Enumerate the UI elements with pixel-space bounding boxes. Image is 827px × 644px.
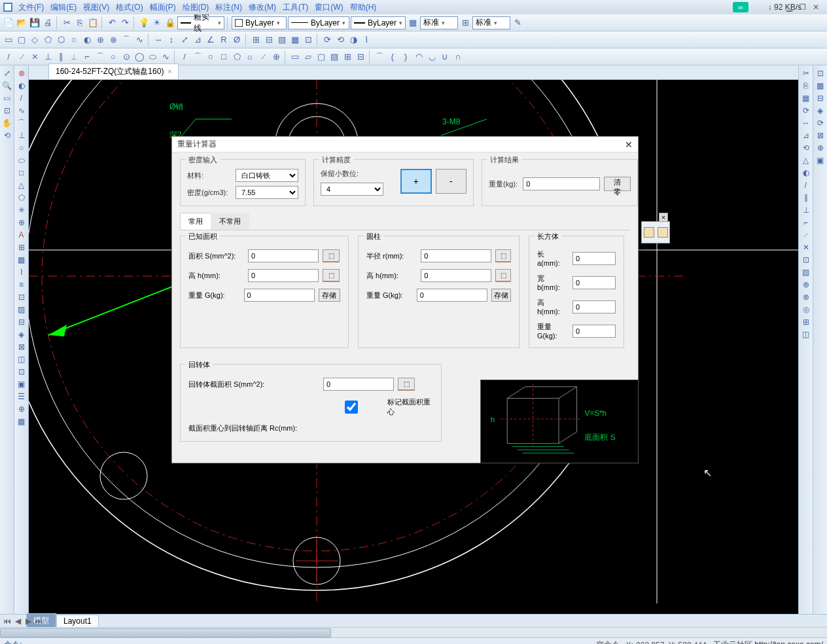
rt14[interactable]: ⟋ (801, 230, 811, 240)
t3-23[interactable]: ▱ (302, 51, 314, 63)
textstyle-dropdown[interactable]: 标准 (472, 16, 510, 29)
l2-12[interactable]: ✳ (16, 205, 27, 215)
t2-21[interactable]: ▨ (276, 34, 288, 46)
area-s-input[interactable] (248, 249, 319, 262)
t3-32[interactable]: ◡ (426, 51, 438, 63)
t3-24[interactable]: ▢ (315, 51, 327, 63)
density-select[interactable]: 7.55 (236, 186, 298, 199)
t2-24[interactable]: ⟳ (321, 34, 333, 46)
lt4[interactable]: ⊡ (2, 105, 12, 116)
t3-33[interactable]: ∪ (439, 51, 451, 63)
menu-tools[interactable]: 工具(T) (280, 1, 311, 14)
t2-18[interactable]: Ø (231, 34, 243, 46)
cyl-h-input[interactable] (421, 269, 491, 282)
rtt2[interactable]: ▦ (815, 80, 826, 91)
t2-15[interactable]: ⊿ (192, 34, 203, 46)
menu-view[interactable]: 视图(V) (80, 1, 112, 14)
new-icon[interactable]: 📄 (3, 17, 14, 29)
rtt3[interactable]: ⊟ (815, 93, 826, 103)
rt17[interactable]: ▨ (801, 267, 811, 277)
l2-24[interactable]: ◫ (16, 354, 27, 365)
horizontal-scrollbar[interactable] (0, 627, 827, 637)
rt7[interactable]: ⟲ (801, 143, 811, 153)
t3-12[interactable]: ⬭ (147, 51, 158, 63)
cyl-save-button[interactable]: 存储 (491, 289, 511, 302)
t2-6[interactable]: ○ (68, 34, 80, 46)
t3-11[interactable]: ◯ (133, 51, 145, 63)
menu-page[interactable]: 幅面(P) (147, 1, 179, 14)
community-link[interactable]: 工业云社区 http://top.caxa.com/ (713, 639, 823, 644)
save-icon[interactable]: 💾 (29, 17, 41, 29)
rt4[interactable]: ⟳ (801, 105, 811, 116)
rt12[interactable]: ⊥ (801, 205, 811, 215)
rt8[interactable]: △ (801, 155, 811, 166)
rt19[interactable]: ⊗ (801, 292, 811, 302)
t3-5[interactable]: ∥ (55, 51, 67, 63)
t2-14[interactable]: ⤢ (179, 34, 190, 46)
t3-7[interactable]: ⌐ (81, 51, 93, 63)
lt3[interactable]: ▭ (2, 93, 12, 103)
cub-b-input[interactable] (572, 276, 616, 289)
l2-7[interactable]: ○ (16, 143, 27, 153)
t3-20[interactable]: ⟋ (257, 51, 269, 63)
plus-button[interactable]: + (400, 169, 432, 194)
t2-26[interactable]: ◑ (347, 34, 359, 46)
l2-4[interactable]: ∿ (16, 105, 27, 116)
minus-button[interactable]: - (436, 169, 466, 194)
t2-13[interactable]: ↕ (166, 34, 177, 46)
dim-icon[interactable]: ⊞ (459, 17, 471, 29)
t3-19[interactable]: ☼ (244, 51, 256, 63)
l2-25[interactable]: ⊡ (16, 367, 27, 377)
dialog-titlebar[interactable]: 重量计算器 ✕ (172, 137, 638, 152)
material-select[interactable]: 白口铸铁 (236, 169, 298, 182)
open-icon[interactable]: 📂 (16, 17, 27, 29)
pick-cyl-h-icon[interactable]: ⬚ (495, 269, 511, 282)
document-tab[interactable]: 160-24-52FT-ZQ(立式轴盘160) × (48, 63, 179, 79)
lt6[interactable]: ⟲ (2, 130, 12, 141)
t2-7[interactable]: ◐ (81, 34, 93, 46)
pick-r-icon[interactable]: ⬚ (495, 249, 511, 262)
l2-27[interactable]: ☰ (16, 391, 27, 402)
lt5[interactable]: ✋ (2, 118, 12, 128)
area-h-input[interactable] (248, 269, 319, 282)
l2-5[interactable]: ⌒ (16, 118, 27, 128)
nav-next-icon[interactable]: ▶ (24, 617, 33, 626)
t2-4[interactable]: ⬠ (42, 34, 54, 46)
l2-9[interactable]: □ (16, 168, 27, 178)
layer-linetype-dropdown[interactable]: ByLayer (288, 16, 349, 29)
brush-icon[interactable]: ✎ (512, 17, 523, 29)
nav-first-icon[interactable]: ⏮ (3, 617, 12, 626)
layer-weight-dropdown[interactable]: ByLayer (351, 16, 406, 29)
t2-17[interactable]: R (218, 34, 230, 46)
t3-8[interactable]: ⌒ (94, 51, 106, 63)
t2-12[interactable]: ↔ (152, 34, 164, 46)
t3-31[interactable]: ◠ (413, 51, 425, 63)
t3-2[interactable]: ⟋ (16, 51, 27, 63)
rt13[interactable]: ⌐ (801, 217, 811, 228)
t2-20[interactable]: ⊟ (263, 34, 275, 46)
area-save-button[interactable]: 存储 (319, 289, 340, 302)
t2-3[interactable]: ◇ (29, 34, 41, 46)
t2-5[interactable]: ⬡ (55, 34, 67, 46)
minimize-icon[interactable]: ▁ (784, 1, 795, 13)
nav-last-icon[interactable]: ⏭ (34, 617, 43, 626)
rtt4[interactable]: ◈ (815, 105, 826, 116)
t3-14[interactable]: / (179, 51, 190, 63)
t3-13[interactable]: ∿ (160, 51, 171, 63)
t3-4[interactable]: ⊥ (42, 51, 54, 63)
t2-2[interactable]: ▢ (16, 34, 27, 46)
t3-34[interactable]: ∩ (452, 51, 464, 63)
rt3[interactable]: ▦ (801, 93, 811, 103)
clear-button[interactable]: 清零 (604, 177, 631, 191)
l2-26[interactable]: ▣ (16, 379, 27, 389)
l2-18[interactable]: ≡ (16, 279, 27, 290)
t3-27[interactable]: ⊟ (355, 51, 366, 63)
t3-26[interactable]: ⊞ (342, 51, 353, 63)
rtt7[interactable]: ⊕ (815, 143, 826, 153)
l2-21[interactable]: ⊟ (16, 317, 27, 327)
rt1[interactable]: ✂ (801, 68, 811, 79)
palette-icon[interactable]: ▦ (407, 17, 419, 29)
mini-swatch-1[interactable] (644, 227, 654, 238)
l2-1[interactable]: ⊗ (16, 68, 27, 79)
layout1-tab[interactable]: Layout1 (56, 615, 99, 628)
